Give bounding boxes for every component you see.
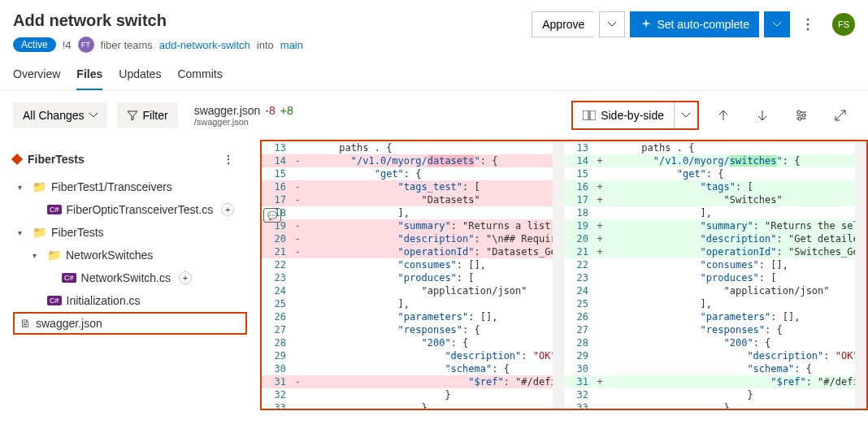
view-mode-chevron[interactable] (675, 102, 697, 128)
tree-item-label: Initialization.cs (67, 294, 141, 307)
current-file-name: swagger.json (194, 104, 261, 117)
diff-line[interactable]: 31- "$ref": "#/definit (262, 375, 553, 388)
auto-complete-dropdown[interactable] (764, 11, 790, 37)
diff-line[interactable]: 32 } (564, 388, 855, 401)
diff-line[interactable]: 27 "responses": { (262, 323, 553, 336)
line-number: 33 (262, 401, 291, 409)
line-number: 13 (262, 141, 291, 154)
tree-row[interactable]: ▾📁FiberTest1/Transceivers (0, 175, 260, 198)
source-branch[interactable]: add-network-switch (159, 39, 250, 51)
line-number: 23 (564, 271, 593, 284)
diff-line[interactable]: 13 paths . { (564, 141, 855, 154)
diff-line[interactable]: 13 paths . { (262, 141, 553, 154)
diff-mark (291, 323, 304, 336)
code-content: } (304, 388, 553, 401)
tree-row[interactable]: ▾📁NetworkSwitches (0, 244, 260, 266)
diff-line[interactable]: 23 "produces": [ (262, 271, 553, 284)
diff-mark (593, 336, 606, 349)
diff-line[interactable]: 18 ], (262, 206, 553, 219)
diff-line[interactable]: 21- "operationId": "Datasets_GetD (262, 245, 553, 258)
diff-line[interactable]: 15 "get": { (564, 167, 855, 180)
diff-line[interactable]: 16- "tags_test": [ (262, 180, 553, 193)
code-content: "$ref": "#/definit (606, 375, 855, 388)
tree-item-label: FiberTest1/Transceivers (51, 180, 172, 193)
tree-row[interactable]: C#FiberOpticTransceiverTest.cs+ (0, 198, 260, 221)
code-content: "get": { (304, 167, 553, 180)
diff-line[interactable]: 27 "responses": { (564, 323, 855, 336)
diff-line[interactable]: 29 "description": "OK", (564, 349, 855, 362)
scrollbar-right[interactable] (855, 141, 866, 409)
svg-rect-3 (583, 110, 588, 120)
diff-line[interactable]: 29 "description": "OK", (262, 349, 553, 362)
next-diff-button[interactable] (748, 102, 777, 128)
approve-dropdown[interactable] (599, 11, 625, 37)
diff-line[interactable]: 25 ], (564, 297, 855, 310)
diff-line[interactable]: 20+ "description": "Get detailed s (564, 232, 855, 245)
diff-line[interactable]: 25 ], (262, 297, 553, 310)
diff-line[interactable]: 30 "schema": { (262, 362, 553, 375)
diff-line[interactable]: 18 ], (564, 206, 855, 219)
approve-button[interactable]: Approve (532, 11, 594, 37)
diff-line[interactable]: 21+ "operationId": "Switches_GetSw (564, 245, 855, 258)
diff-line[interactable]: 17- "Datasets" (262, 193, 553, 206)
auto-complete-button[interactable]: Set auto-complete (630, 11, 759, 37)
comment-icon[interactable]: 💬 (263, 208, 281, 223)
diff-line[interactable]: 28 "200": { (262, 336, 553, 349)
tab-files[interactable]: Files (76, 59, 102, 90)
diff-line[interactable]: 31+ "$ref": "#/definit (564, 375, 855, 388)
diff-line[interactable]: 22 "consumes": [], (564, 258, 855, 271)
code-content: paths . { (606, 141, 855, 154)
team-avatar[interactable]: FT (78, 37, 94, 53)
project-name[interactable]: FiberTests (28, 153, 85, 166)
diff-line[interactable]: 26 "parameters": [], (564, 310, 855, 323)
settings-button[interactable] (787, 102, 816, 128)
diff-line[interactable]: 14- "/v1.0/myorg/datasets": { (262, 154, 553, 167)
diff-line[interactable]: 30 "schema": { (564, 362, 855, 375)
code-content: } (304, 401, 553, 409)
all-changes-dropdown[interactable]: All Changes (13, 102, 107, 128)
diff-line[interactable]: 24 "application/json" (262, 284, 553, 297)
diff-line[interactable]: 33 } (262, 401, 553, 409)
diff-line[interactable]: 14+ "/v1.0/myorg/switches": { (564, 154, 855, 167)
plus-badge-icon[interactable]: + (221, 203, 234, 216)
tab-overview[interactable]: Overview (13, 59, 60, 90)
diff-line[interactable]: 15 "get": { (262, 167, 553, 180)
project-more-icon[interactable]: ⋮ (223, 153, 247, 166)
scrollbar-left[interactable] (553, 141, 564, 409)
diff-line[interactable]: 22 "consumes": [], (262, 258, 553, 271)
diff-mark (593, 362, 606, 375)
diff-mark (291, 167, 304, 180)
diff-mark: + (593, 219, 606, 232)
tree-row[interactable]: ▾📁FiberTests (0, 221, 260, 244)
target-branch[interactable]: main (280, 39, 303, 51)
diff-line[interactable]: 16+ "tags": [ (564, 180, 855, 193)
diff-line[interactable]: 17+ "Switches" (564, 193, 855, 206)
diff-line[interactable]: 33 } (564, 401, 855, 409)
diff-line[interactable]: 28 "200": { (564, 336, 855, 349)
tree-row[interactable]: C#NetworkSwitch.cs+ (0, 266, 260, 289)
view-mode-dropdown[interactable]: Side-by-side (573, 102, 675, 128)
diff-line[interactable]: 26 "parameters": [], (262, 310, 553, 323)
tab-updates[interactable]: Updates (119, 59, 161, 90)
filter-button[interactable]: Filter (117, 102, 178, 128)
diff-mark (291, 297, 304, 310)
diff-mark (291, 349, 304, 362)
tree-row[interactable]: C#Initialization.cs (0, 289, 260, 312)
line-number: 14 (262, 154, 291, 167)
tree-row[interactable]: 🗎swagger.json (13, 312, 247, 335)
diff-line[interactable]: 20- "description": "\n## Required (262, 232, 553, 245)
code-content: "description": "OK", (606, 349, 855, 362)
diff-line[interactable]: 24 "application/json" (564, 284, 855, 297)
diff-line[interactable]: 19- "summary": "Returns a list of (262, 219, 553, 232)
more-actions-button[interactable] (795, 11, 821, 37)
plus-badge-icon[interactable]: + (179, 271, 192, 284)
diff-line[interactable]: 23 "produces": [ (564, 271, 855, 284)
prev-diff-button[interactable] (709, 102, 738, 128)
fullscreen-button[interactable] (826, 102, 855, 128)
tab-commits[interactable]: Commits (177, 59, 222, 90)
diff-line[interactable]: 32 } (262, 388, 553, 401)
team-name[interactable]: fiber teams (101, 39, 153, 51)
diff-line[interactable]: 19+ "summary": "Returns the select (564, 219, 855, 232)
code-content: } (606, 388, 855, 401)
user-avatar[interactable]: FS (832, 13, 855, 36)
